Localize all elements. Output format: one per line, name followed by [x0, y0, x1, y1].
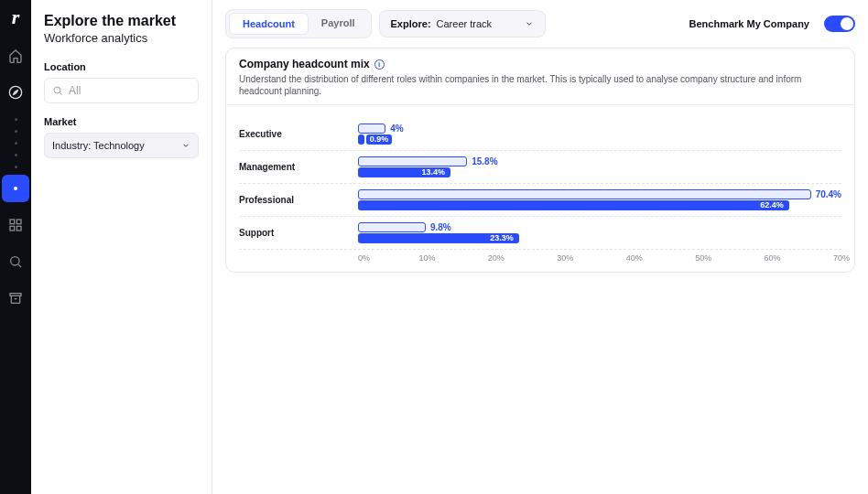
- bar-market-value: 4%: [390, 124, 403, 134]
- tab-payroll[interactable]: Payroll: [309, 13, 368, 35]
- main-content: Headcount Payroll Explore: Career track …: [212, 0, 868, 494]
- chevron-down-icon: [181, 141, 190, 150]
- chart-row-label: Management: [239, 162, 358, 172]
- nav-home[interactable]: [2, 42, 29, 70]
- compass-icon: [8, 85, 23, 100]
- axis-tick: 30%: [557, 253, 573, 263]
- market-label: Market: [44, 116, 199, 127]
- card-title: Company headcount mix: [239, 58, 370, 70]
- svg-point-0: [9, 86, 21, 98]
- bar-market-value: 15.8%: [472, 156, 497, 166]
- bar-market-value: 9.8%: [430, 222, 451, 232]
- bar-mycompany: [358, 200, 789, 210]
- nav-divider-dot: [15, 166, 17, 168]
- location-label: Location: [44, 61, 199, 72]
- tab-headcount[interactable]: Headcount: [229, 13, 309, 35]
- bar-market: [358, 156, 467, 166]
- info-icon[interactable]: i: [374, 59, 385, 70]
- chart-row-label: Executive: [239, 129, 358, 139]
- grid-icon: [8, 218, 23, 232]
- bar-mycompany-value: 0.9%: [366, 134, 393, 145]
- benchmark-toggle[interactable]: [824, 16, 855, 32]
- chart-row: Management15.8%13.4%: [239, 151, 841, 184]
- svg-rect-6: [16, 226, 21, 231]
- location-placeholder: All: [69, 84, 81, 97]
- axis-tick: 20%: [488, 253, 505, 263]
- svg-rect-5: [10, 226, 15, 231]
- svg-line-12: [60, 92, 61, 94]
- bar-market: [358, 222, 426, 232]
- svg-point-11: [54, 87, 60, 93]
- chart-row-bars: 70.4%62.4%: [358, 188, 841, 211]
- nav-apps[interactable]: [2, 211, 29, 239]
- bar-mycompany: [358, 134, 364, 145]
- axis-tick: 0%: [358, 253, 370, 263]
- nav-search[interactable]: [2, 248, 29, 275]
- svg-rect-4: [16, 220, 21, 224]
- search-icon: [52, 85, 63, 96]
- topbar: Headcount Payroll Explore: Career track …: [225, 9, 855, 38]
- bar-market-value: 70.4%: [816, 189, 841, 199]
- explore-dropdown[interactable]: Explore: Career track: [379, 10, 547, 38]
- bar-mycompany-value: 62.4%: [756, 200, 787, 210]
- chart-row-label: Support: [239, 228, 358, 238]
- bar-mycompany-value: 13.4%: [418, 167, 450, 177]
- chevron-down-icon: [525, 19, 534, 28]
- chart-row: Professional70.4%62.4%: [239, 184, 841, 217]
- dot-icon: [13, 186, 18, 191]
- svg-rect-9: [10, 294, 21, 296]
- nav-rail: r: [0, 0, 31, 494]
- nav-explore[interactable]: [2, 79, 29, 106]
- page-title: Explore the market: [44, 13, 199, 29]
- card-header: Company headcount mix i Understand the d…: [226, 48, 854, 105]
- axis-tick: 70%: [833, 253, 850, 263]
- nav-current[interactable]: [2, 175, 29, 202]
- market-value: Industry: Technology: [52, 140, 145, 151]
- headcount-chart: Executive4%0.9%Management15.8%13.4%Profe…: [226, 105, 854, 272]
- chart-row: Executive4%0.9%: [239, 118, 841, 151]
- archive-icon: [8, 291, 23, 306]
- axis-tick: 60%: [765, 253, 781, 263]
- nav-divider-dot: [15, 118, 17, 121]
- chart-row-bars: 4%0.9%: [358, 123, 841, 145]
- svg-rect-3: [10, 220, 15, 224]
- bar-market: [358, 189, 811, 199]
- chart-row-bars: 9.8%23.3%: [358, 221, 841, 244]
- svg-point-2: [14, 187, 17, 190]
- explore-label: Explore:: [391, 18, 431, 29]
- nav-divider-dot: [15, 142, 17, 145]
- metric-tabs: Headcount Payroll: [225, 9, 372, 38]
- bar-mycompany-value: 23.3%: [486, 233, 517, 243]
- app-logo: r: [12, 5, 20, 29]
- axis-tick: 50%: [695, 253, 711, 263]
- headcount-mix-card: Company headcount mix i Understand the d…: [225, 48, 855, 273]
- search-icon: [8, 254, 23, 269]
- chart-x-axis: 0%10%20%30%40%50%60%70%: [239, 253, 841, 266]
- market-filter[interactable]: Industry: Technology: [44, 133, 199, 158]
- page-subtitle: Workforce analytics: [44, 31, 199, 45]
- chart-row-label: Professional: [239, 195, 358, 205]
- nav-archive[interactable]: [2, 285, 29, 312]
- axis-tick: 40%: [626, 253, 643, 263]
- explore-value: Career track: [437, 18, 493, 29]
- svg-marker-1: [13, 90, 17, 94]
- card-description: Understand the distribution of different…: [239, 73, 841, 97]
- svg-point-7: [11, 257, 19, 265]
- home-icon: [8, 48, 23, 63]
- bar-market: [358, 124, 385, 134]
- benchmark-label: Benchmark My Company: [689, 18, 809, 29]
- nav-divider-dot: [15, 154, 17, 156]
- chart-row-bars: 15.8%13.4%: [358, 156, 841, 178]
- nav-divider-dot: [15, 130, 17, 133]
- filters-sidebar: Explore the market Workforce analytics L…: [31, 0, 212, 494]
- location-filter[interactable]: All: [44, 78, 199, 103]
- chart-row: Support9.8%23.3%: [239, 217, 841, 250]
- axis-tick: 10%: [418, 253, 435, 263]
- svg-line-8: [18, 264, 21, 267]
